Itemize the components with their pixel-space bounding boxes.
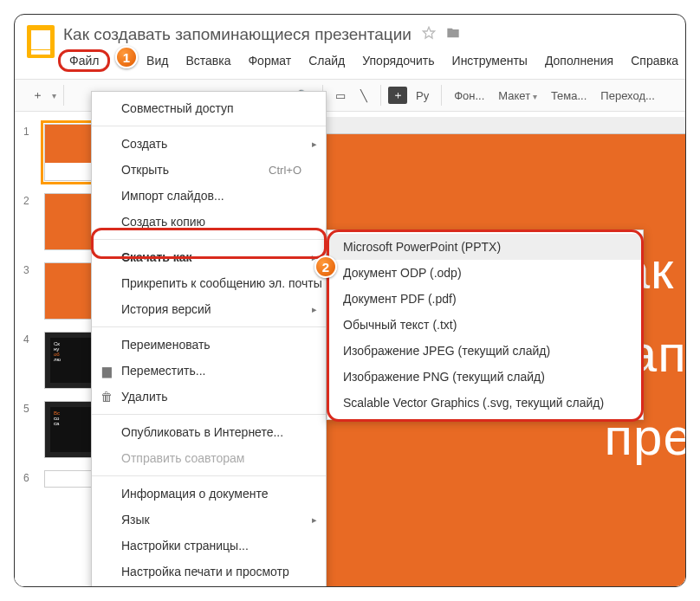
menu-delete[interactable]: 🗑Удалить: [92, 384, 326, 410]
menu-email-collaborators: Отправить соавторам: [92, 445, 326, 471]
thumb-number: 2: [23, 193, 36, 207]
menu-slide[interactable]: Слайд: [300, 50, 353, 71]
layout-button[interactable]: Макет: [493, 86, 542, 106]
slides-logo: [27, 25, 55, 58]
thumb-number: 5: [23, 401, 36, 415]
line-tool[interactable]: ╲: [354, 84, 373, 107]
menu-help[interactable]: Справка: [622, 50, 686, 71]
submenu-txt[interactable]: Обычный текст (.txt): [327, 312, 643, 338]
document-title[interactable]: Как создавать запоминающиеся презентации: [63, 25, 412, 44]
thumb-number: 1: [23, 124, 36, 138]
trash-icon: 🗑: [99, 390, 114, 404]
menu-document-details[interactable]: Информация о документе: [92, 481, 326, 507]
text-tool[interactable]: Ру: [411, 84, 434, 107]
download-as-submenu: Microsoft PowerPoint (PPTX) Документ ODP…: [327, 229, 644, 420]
menu-print[interactable]: 🖶ПечатьCtrl+P: [92, 585, 326, 587]
submenu-png[interactable]: Изображение PNG (текущий слайд): [327, 364, 643, 390]
background-button[interactable]: Фон...: [449, 86, 489, 106]
thumb-number: 6: [23, 470, 36, 484]
menu-page-setup[interactable]: Настройки страницы...: [92, 533, 326, 559]
thumb-number: 4: [23, 332, 36, 346]
menu-import-slides[interactable]: Импорт слайдов...: [92, 183, 326, 209]
menu-tools[interactable]: Инструменты: [444, 50, 536, 71]
menu-version-history[interactable]: История версий: [92, 296, 326, 322]
callout-badge-2: 2: [314, 255, 337, 278]
menu-file[interactable]: Файл: [58, 49, 110, 72]
folder-icon[interactable]: [446, 25, 460, 44]
menu-addons[interactable]: Дополнения: [536, 50, 622, 71]
file-menu-panel: Совместный доступ Создать ОткрытьCtrl+O …: [91, 91, 327, 587]
menu-arrange[interactable]: Упорядочить: [353, 50, 443, 71]
submenu-pptx[interactable]: Microsoft PowerPoint (PPTX): [327, 234, 643, 260]
menu-new[interactable]: Создать: [92, 131, 326, 157]
submenu-jpeg[interactable]: Изображение JPEG (текущий слайд): [327, 338, 643, 364]
menu-language[interactable]: Язык: [92, 507, 326, 533]
menu-view[interactable]: Вид: [138, 50, 177, 71]
menu-download-as[interactable]: Скачать как: [92, 244, 326, 270]
new-slide-button[interactable]: ＋: [27, 84, 49, 107]
menu-bar: Файл 1 ... Вид Вставка Формат Слайд Упор…: [63, 49, 686, 72]
submenu-odp[interactable]: Документ ODP (.odp): [327, 260, 643, 286]
svg-marker-0: [423, 27, 434, 38]
callout-badge-1: 1: [115, 46, 138, 68]
menu-share[interactable]: Совместный доступ: [92, 95, 326, 121]
menu-insert[interactable]: Вставка: [177, 50, 239, 71]
star-icon[interactable]: [422, 25, 436, 44]
menu-email-attachment[interactable]: Прикрепить к сообщению эл. почты: [92, 270, 326, 296]
select-tool[interactable]: ▭: [330, 84, 351, 107]
transition-button[interactable]: Переход...: [595, 86, 659, 106]
menu-print-preview[interactable]: Настройка печати и просмотр: [92, 559, 326, 585]
menu-move[interactable]: ▆Переместить...: [92, 358, 326, 384]
add-comment-button[interactable]: ＋: [388, 87, 407, 104]
menu-format[interactable]: Формат: [239, 50, 300, 71]
theme-button[interactable]: Тема...: [546, 86, 592, 106]
menu-rename[interactable]: Переименовать: [92, 332, 326, 358]
menu-open[interactable]: ОткрытьCtrl+O: [92, 157, 326, 183]
menu-publish-web[interactable]: Опубликовать в Интернете...: [92, 419, 326, 445]
submenu-svg[interactable]: Scalable Vector Graphics (.svg, текущий …: [327, 390, 643, 416]
submenu-pdf[interactable]: Документ PDF (.pdf): [327, 286, 643, 312]
menu-make-copy[interactable]: Создать копию: [92, 209, 326, 235]
thumb-number: 3: [23, 262, 36, 276]
folder-icon: ▆: [99, 364, 114, 378]
